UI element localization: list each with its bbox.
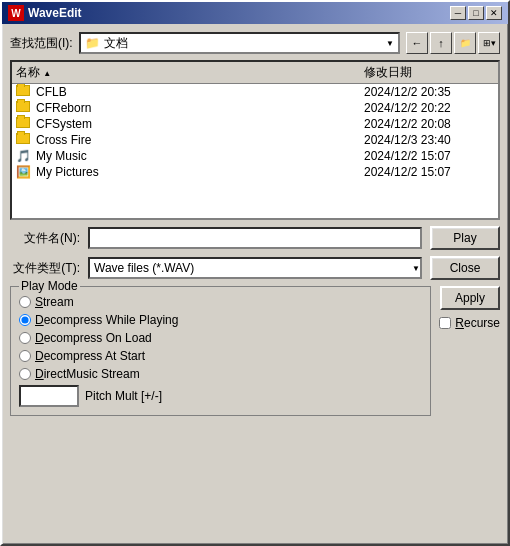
file-name: My Music (36, 149, 364, 163)
folder-icon (16, 117, 30, 128)
file-date: 2024/12/2 20:22 (364, 101, 494, 115)
window-title: WaveEdit (28, 6, 82, 20)
title-bar-left: W WaveEdit (8, 5, 82, 21)
apply-button[interactable]: Apply (440, 286, 500, 310)
view-button[interactable]: ⊞▾ (478, 32, 500, 54)
minimize-button[interactable]: ─ (450, 6, 466, 20)
location-value: 文档 (104, 35, 386, 52)
music-icon: 🎵 (16, 149, 31, 163)
folder-icon (16, 85, 30, 96)
folder-icon (16, 133, 30, 144)
recurse-checkbox[interactable] (439, 317, 451, 329)
filetype-wrapper: Wave files (*.WAV)All files (*.*) ▼ (88, 257, 422, 279)
close-button[interactable]: ✕ (486, 6, 502, 20)
play-mode-radio-directmusic_stream[interactable] (19, 368, 31, 380)
play-mode-label-decompress_while_playing: Decompress While Playing (35, 313, 178, 327)
location-label: 查找范围(I): (10, 35, 73, 52)
file-name: CFSystem (36, 117, 364, 131)
play-mode-option: Decompress While Playing (19, 313, 422, 327)
file-date: 2024/12/3 23:40 (364, 133, 494, 147)
filename-input[interactable] (88, 227, 422, 249)
toolbar-row: 查找范围(I): 📁 文档 ▼ ← ↑ 📁 ⊞▾ (10, 32, 500, 54)
play-mode-option: DirectMusic Stream (19, 367, 422, 381)
close-button[interactable]: Close (430, 256, 500, 280)
list-item[interactable]: 🖼️ My Pictures 2024/12/2 15:07 (12, 164, 498, 180)
recurse-row: Recurse (439, 316, 500, 330)
play-button[interactable]: Play (430, 226, 500, 250)
play-mode-radio-decompress_while_playing[interactable] (19, 314, 31, 326)
play-mode-label-stream: Stream (35, 295, 74, 309)
bottom-section: Play Mode Stream Decompress While Playin… (10, 286, 500, 416)
play-mode-group: Play Mode Stream Decompress While Playin… (10, 286, 431, 416)
filetype-select[interactable]: Wave files (*.WAV)All files (*.*) (88, 257, 422, 279)
play-mode-radio-decompress_on_load[interactable] (19, 332, 31, 344)
file-list-container: 名称 ▲ 修改日期 CFLB 2024/12/2 20:35 CFReborn … (10, 60, 500, 220)
file-date: 2024/12/2 20:08 (364, 117, 494, 131)
content-area: 查找范围(I): 📁 文档 ▼ ← ↑ 📁 ⊞▾ 名称 ▲ 修改日期 (2, 24, 508, 544)
folder-icon (16, 101, 30, 112)
filetype-label: 文件类型(T): (10, 260, 80, 277)
play-mode-legend: Play Mode (19, 279, 80, 293)
file-date: 2024/12/2 15:07 (364, 149, 494, 163)
radio-items: Stream Decompress While Playing Decompre… (19, 295, 422, 381)
file-list-header: 名称 ▲ 修改日期 (12, 62, 498, 84)
play-mode-radio-stream[interactable] (19, 296, 31, 308)
filename-row: 文件名(N): Play (10, 226, 500, 250)
right-buttons-col: Apply Recurse (439, 286, 500, 330)
file-name: CFLB (36, 85, 364, 99)
title-bar: W WaveEdit ─ □ ✕ (2, 2, 508, 24)
pitch-input[interactable] (19, 385, 79, 407)
play-mode-label-directmusic_stream: DirectMusic Stream (35, 367, 140, 381)
sort-arrow-icon: ▲ (43, 69, 51, 78)
list-item[interactable]: CFReborn 2024/12/2 20:22 (12, 100, 498, 116)
picture-icon: 🖼️ (16, 165, 31, 179)
toolbar-icons: ← ↑ 📁 ⊞▾ (406, 32, 500, 54)
title-buttons: ─ □ ✕ (450, 6, 502, 20)
up-button[interactable]: ↑ (430, 32, 452, 54)
filetype-row: 文件类型(T): Wave files (*.WAV)All files (*.… (10, 256, 500, 280)
list-item[interactable]: CFSystem 2024/12/2 20:08 (12, 116, 498, 132)
play-mode-label-decompress_on_load: Decompress On Load (35, 331, 152, 345)
play-mode-label-decompress_at_start: Decompress At Start (35, 349, 145, 363)
pitch-row: Pitch Mult [+/-] (19, 385, 422, 407)
app-icon: W (8, 5, 24, 21)
col-date-header[interactable]: 修改日期 (364, 64, 494, 81)
location-dropdown[interactable]: 📁 文档 ▼ (79, 32, 400, 54)
play-mode-option: Stream (19, 295, 422, 309)
file-date: 2024/12/2 20:35 (364, 85, 494, 99)
file-name: My Pictures (36, 165, 364, 179)
play-mode-option: Decompress On Load (19, 331, 422, 345)
file-name: Cross Fire (36, 133, 364, 147)
recurse-label: Recurse (455, 316, 500, 330)
back-button[interactable]: ← (406, 32, 428, 54)
file-name: CFReborn (36, 101, 364, 115)
play-mode-option: Decompress At Start (19, 349, 422, 363)
list-item[interactable]: CFLB 2024/12/2 20:35 (12, 84, 498, 100)
main-window: W WaveEdit ─ □ ✕ 查找范围(I): 📁 文档 ▼ ← ↑ 📁 ⊞… (0, 0, 510, 546)
list-item[interactable]: 🎵 My Music 2024/12/2 15:07 (12, 148, 498, 164)
pitch-label: Pitch Mult [+/-] (85, 389, 162, 403)
col-name-header[interactable]: 名称 ▲ (16, 64, 364, 81)
play-mode-radio-decompress_at_start[interactable] (19, 350, 31, 362)
new-folder-button[interactable]: 📁 (454, 32, 476, 54)
filename-label: 文件名(N): (10, 230, 80, 247)
file-list-scroll[interactable]: CFLB 2024/12/2 20:35 CFReborn 2024/12/2 … (12, 84, 498, 218)
file-items: CFLB 2024/12/2 20:35 CFReborn 2024/12/2 … (12, 84, 498, 180)
list-item[interactable]: Cross Fire 2024/12/3 23:40 (12, 132, 498, 148)
file-date: 2024/12/2 15:07 (364, 165, 494, 179)
dropdown-arrow-icon: ▼ (386, 39, 394, 48)
maximize-button[interactable]: □ (468, 6, 484, 20)
